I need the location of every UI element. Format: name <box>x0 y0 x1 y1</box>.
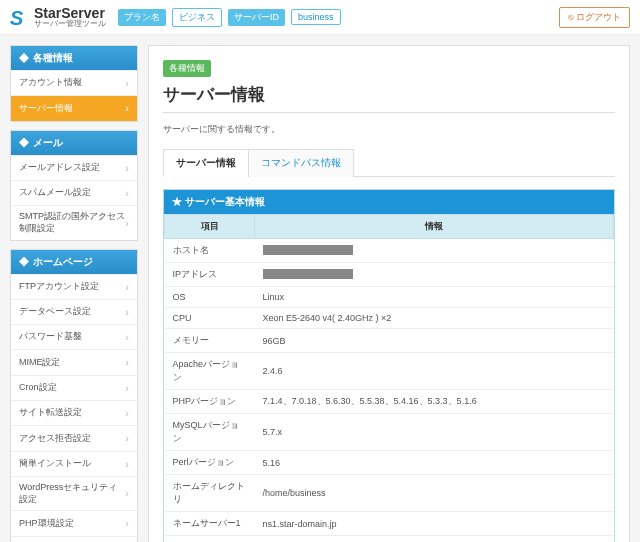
sidebar-item[interactable]: データベース設定 <box>11 299 137 324</box>
sidebar-item[interactable]: PHPバージョン設定 <box>11 536 137 542</box>
cell-value <box>255 239 614 263</box>
sidebar-item[interactable]: WordPressセキュリティ設定 <box>11 476 137 510</box>
sidebar-section: メールメールアドレス設定スパムメール設定SMTP認証の国外アクセス制限設定 <box>10 130 138 241</box>
table-row: PHPバージョン7.1.4、7.0.18、5.6.30、5.5.38、5.4.1… <box>165 390 614 414</box>
cell-value <box>255 263 614 287</box>
brand-sub: サーバー管理ツール <box>34 20 106 28</box>
sidebar-item-label: WordPressセキュリティ設定 <box>19 482 125 505</box>
sidebar-header: メール <box>11 131 137 155</box>
cell-value: ns1.star-domain.jp <box>255 512 614 536</box>
cell-key: ネームサーバー1 <box>165 512 255 536</box>
sidebar-item-label: Cron設定 <box>19 382 57 394</box>
tag-label: サーバーID <box>228 9 285 26</box>
col-key: 項目 <box>165 215 255 239</box>
table-row: Apacheバージョン2.4.6 <box>165 353 614 390</box>
panel-header: サーバー基本情報 <box>164 190 614 214</box>
cell-key: ホームディレクトリ <box>165 475 255 512</box>
category-badge: 各種情報 <box>163 60 211 77</box>
tag-value: business <box>291 9 341 25</box>
tabs: サーバー情報コマンドパス情報 <box>163 148 615 177</box>
table-row: IPアドレス <box>165 263 614 287</box>
cell-key: OS <box>165 287 255 308</box>
tag-value: ビジネス <box>172 8 222 27</box>
cell-key: Apacheバージョン <box>165 353 255 390</box>
sidebar-item[interactable]: FTPアカウント設定 <box>11 274 137 299</box>
sidebar-item[interactable]: アカウント情報 <box>11 70 137 95</box>
sidebar-section: ホームページFTPアカウント設定データベース設定パスワード基盤MIME設定Cro… <box>10 249 138 542</box>
cell-value: ns2.star-domain.jp <box>255 536 614 543</box>
tab[interactable]: コマンドパス情報 <box>248 149 354 177</box>
cell-value: 5.7.x <box>255 414 614 451</box>
sidebar-item[interactable]: サーバー情報 <box>11 95 137 120</box>
sidebar-item-label: メールアドレス設定 <box>19 162 100 174</box>
cell-key: MySQLバージョン <box>165 414 255 451</box>
sidebar-item-label: スパムメール設定 <box>19 187 91 199</box>
sidebar-item-label: サーバー情報 <box>19 103 73 115</box>
sidebar-item[interactable]: MIME設定 <box>11 349 137 374</box>
tab[interactable]: サーバー情報 <box>163 149 249 177</box>
cell-value: 5.16 <box>255 451 614 475</box>
sidebar: 各種情報アカウント情報サーバー情報メールメールアドレス設定スパムメール設定SMT… <box>10 45 138 542</box>
sidebar-header: ホームページ <box>11 250 137 274</box>
sidebar-item-label: データベース設定 <box>19 306 91 318</box>
sidebar-item[interactable]: サイト転送設定 <box>11 400 137 425</box>
table-row: OSLinux <box>165 287 614 308</box>
logo[interactable]: S StarServer サーバー管理ツール <box>10 6 106 28</box>
redacted-value <box>263 245 353 255</box>
sidebar-item-label: MIME設定 <box>19 357 61 369</box>
sidebar-item-label: PHP環境設定 <box>19 518 74 530</box>
sidebar-item[interactable]: パスワード基盤 <box>11 324 137 349</box>
brand-name: StarServer <box>34 6 106 20</box>
table-row: ネームサーバー2ns2.star-domain.jp <box>165 536 614 543</box>
sidebar-item[interactable]: メールアドレス設定 <box>11 155 137 180</box>
header: S StarServer サーバー管理ツール プラン名ビジネスサーバーIDbus… <box>0 0 640 35</box>
cell-key: PHPバージョン <box>165 390 255 414</box>
table-row: ネームサーバー1ns1.star-domain.jp <box>165 512 614 536</box>
server-info-table: 項目 情報 ホスト名IPアドレスOSLinuxCPUXeon E5-2640 v… <box>164 214 614 542</box>
col-value: 情報 <box>255 215 614 239</box>
sidebar-item[interactable]: Cron設定 <box>11 375 137 400</box>
cell-value: 96GB <box>255 329 614 353</box>
redacted-value <box>263 269 353 279</box>
sidebar-section: 各種情報アカウント情報サーバー情報 <box>10 45 138 122</box>
cell-value: /home/business <box>255 475 614 512</box>
divider <box>163 112 615 113</box>
sidebar-item[interactable]: アクセス拒否設定 <box>11 425 137 450</box>
sidebar-item-label: アカウント情報 <box>19 77 82 89</box>
info-panel: サーバー基本情報 項目 情報 ホスト名IPアドレスOSLinuxCPUXeon … <box>163 189 615 542</box>
logout-icon: ⎋ <box>568 12 573 22</box>
sidebar-item-label: FTPアカウント設定 <box>19 281 99 293</box>
cell-key: ホスト名 <box>165 239 255 263</box>
sidebar-item[interactable]: 簡単インストール <box>11 451 137 476</box>
sidebar-item[interactable]: SMTP認証の国外アクセス制限設定 <box>11 205 137 239</box>
cell-key: IPアドレス <box>165 263 255 287</box>
cell-key: CPU <box>165 308 255 329</box>
cell-value: Linux <box>255 287 614 308</box>
cell-key: メモリー <box>165 329 255 353</box>
sidebar-item-label: SMTP認証の国外アクセス制限設定 <box>19 211 125 234</box>
sidebar-header: 各種情報 <box>11 46 137 70</box>
logout-label: ログアウト <box>576 11 621 24</box>
cell-value: 2.4.6 <box>255 353 614 390</box>
cell-key: Perlバージョン <box>165 451 255 475</box>
sidebar-item-label: アクセス拒否設定 <box>19 433 91 445</box>
logout-button[interactable]: ⎋ ログアウト <box>559 7 630 28</box>
table-row: ホスト名 <box>165 239 614 263</box>
sidebar-item-label: サイト転送設定 <box>19 407 82 419</box>
table-row: CPUXeon E5-2640 v4( 2.40GHz ) ×2 <box>165 308 614 329</box>
sidebar-item-label: パスワード基盤 <box>19 331 82 343</box>
cell-value: 7.1.4、7.0.18、5.6.30、5.5.38、5.4.16、5.3.3、… <box>255 390 614 414</box>
sidebar-item[interactable]: スパムメール設定 <box>11 180 137 205</box>
table-row: MySQLバージョン5.7.x <box>165 414 614 451</box>
main-panel: 各種情報 サーバー情報 サーバーに関する情報です。 サーバー情報コマンドパス情報… <box>148 45 630 542</box>
logo-icon: S <box>10 7 30 27</box>
cell-key: ネームサーバー2 <box>165 536 255 543</box>
cell-value: Xeon E5-2640 v4( 2.40GHz ) ×2 <box>255 308 614 329</box>
tag-label: プラン名 <box>118 9 166 26</box>
table-row: ホームディレクトリ/home/business <box>165 475 614 512</box>
table-row: Perlバージョン5.16 <box>165 451 614 475</box>
sidebar-item-label: 簡単インストール <box>19 458 91 470</box>
header-tags: プラン名ビジネスサーバーIDbusiness <box>118 8 341 27</box>
sidebar-item[interactable]: PHP環境設定 <box>11 510 137 535</box>
table-row: メモリー96GB <box>165 329 614 353</box>
